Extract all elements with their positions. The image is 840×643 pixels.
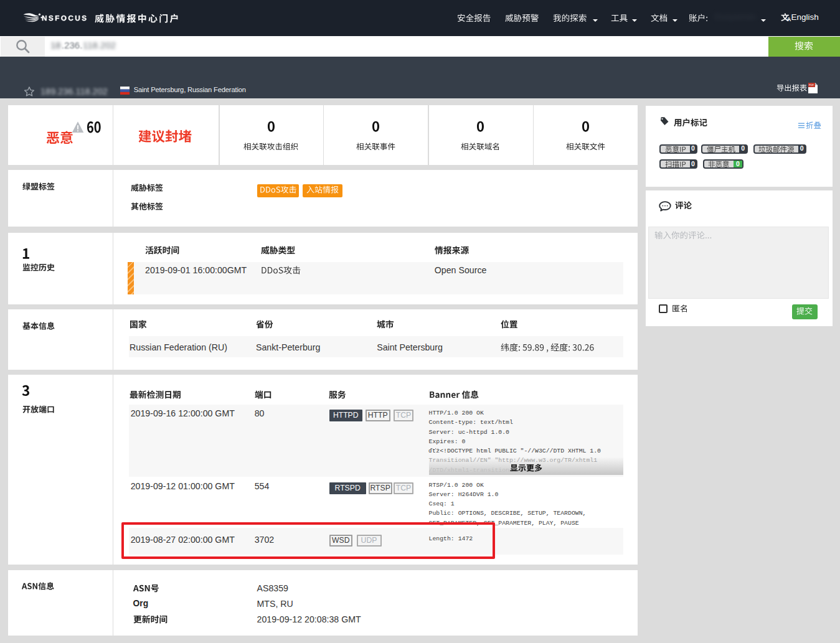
- svg-text:PDF: PDF: [809, 83, 814, 87]
